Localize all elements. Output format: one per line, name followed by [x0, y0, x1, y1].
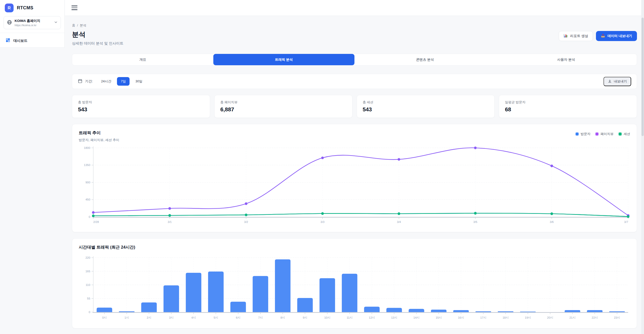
- stat-value: 543: [78, 106, 204, 113]
- stat-label: 총 세션: [363, 100, 489, 105]
- legend-label: 페이지뷰: [600, 132, 614, 136]
- svg-text:21시: 21시: [569, 316, 575, 319]
- svg-text:3/3: 3/3: [320, 220, 325, 223]
- bar-chart-title: 시간대별 트래픽 (최근 24시간): [79, 245, 630, 250]
- tab-2[interactable]: 트래픽 분석: [213, 54, 354, 65]
- svg-text:3/4: 3/4: [397, 220, 401, 223]
- svg-text:14시: 14시: [413, 316, 419, 319]
- svg-text:55: 55: [87, 297, 90, 300]
- svg-text:0시: 0시: [102, 316, 107, 319]
- period-option-1[interactable]: 24시간: [97, 77, 115, 86]
- svg-text:0: 0: [89, 311, 90, 314]
- stat-label: 총 페이지뷰: [220, 100, 346, 105]
- page-subtitle: 상세한 데이터 분석 및 인사이트: [72, 41, 124, 46]
- download-icon: [608, 79, 612, 84]
- svg-text:18시: 18시: [503, 316, 509, 319]
- chart-export-button[interactable]: 내보내기: [603, 77, 631, 86]
- svg-text:9시: 9시: [303, 316, 307, 319]
- svg-text:19시: 19시: [525, 316, 531, 319]
- generate-report-button[interactable]: 리포트 생성: [559, 31, 593, 41]
- main-content: 홈 / 분석 분석 상세한 데이터 분석 및 인사이트 리포트 생성: [65, 16, 644, 334]
- svg-text:12시: 12시: [369, 316, 375, 319]
- svg-text:4시: 4시: [191, 316, 196, 319]
- svg-text:23시: 23시: [614, 316, 620, 319]
- tab-1[interactable]: 개요: [72, 54, 213, 65]
- svg-text:16시: 16시: [458, 316, 464, 319]
- stats-row: 총 방문자543총 페이지뷰6,887총 세션543일평균 방문자68: [72, 95, 637, 118]
- chevron-down-icon: [54, 20, 58, 25]
- legend-item: 세션: [619, 132, 630, 136]
- breadcrumb-home[interactable]: 홈: [72, 23, 75, 27]
- chart-legend: 방문자페이지뷰세션: [576, 132, 630, 136]
- stat-value: 543: [363, 106, 489, 113]
- sidebar-item-label: 대시보드: [13, 39, 27, 43]
- calendar-icon: [78, 79, 83, 84]
- svg-text:165: 165: [86, 270, 90, 273]
- svg-text:900: 900: [86, 181, 90, 184]
- top-header: [65, 0, 644, 16]
- breadcrumb-separator: /: [77, 23, 78, 27]
- sidebar-divider: [0, 33, 64, 33]
- hamburger-menu-icon[interactable]: [71, 6, 77, 10]
- outbox-tray-icon: [601, 34, 605, 39]
- globe-icon: [7, 20, 12, 26]
- svg-text:15시: 15시: [436, 316, 442, 319]
- svg-text:2시: 2시: [147, 316, 151, 319]
- svg-text:110: 110: [86, 283, 90, 286]
- period-selector-card: 기간: 24시간7일30일 내보내기: [72, 74, 637, 89]
- scrollbar-track[interactable]: [641, 0, 644, 334]
- stat-value: 6,887: [220, 106, 346, 113]
- svg-text:220: 220: [86, 256, 90, 259]
- svg-text:17시: 17시: [480, 316, 486, 319]
- svg-text:7시: 7시: [258, 316, 263, 319]
- svg-text:1350: 1350: [84, 163, 90, 166]
- app-logo: R RTCMS: [0, 0, 64, 15]
- hourly-traffic-bar-chart: 0551101652200시1시2시3시4시5시6시7시8시9시10시11시12…: [79, 254, 630, 322]
- site-url: https://koima.or.kr: [15, 24, 52, 27]
- scrollbar-thumb[interactable]: [641, 18, 644, 136]
- site-selector[interactable]: KOIMA 홈페이지 https://koima.or.kr: [4, 16, 61, 29]
- svg-text:3/7: 3/7: [624, 220, 628, 223]
- svg-text:1800: 1800: [84, 146, 90, 149]
- svg-text:11시: 11시: [347, 316, 352, 319]
- stat-card-2: 총 페이지뷰6,887: [214, 95, 352, 118]
- tab-4[interactable]: 사용자 분석: [496, 54, 637, 65]
- svg-text:3시: 3시: [169, 316, 174, 319]
- bar-chart-icon: [564, 34, 568, 39]
- sidebar: R RTCMS KOIMA 홈페이지 https://koima.or.kr 대…: [0, 0, 65, 48]
- period-option-3[interactable]: 30일: [132, 77, 146, 86]
- page-title: 분석: [72, 30, 124, 39]
- legend-swatch: [576, 132, 579, 136]
- svg-text:1시: 1시: [125, 316, 129, 319]
- site-name: KOIMA 홈페이지: [15, 19, 52, 23]
- svg-text:6시: 6시: [236, 316, 240, 319]
- legend-item: 페이지뷰: [595, 132, 614, 136]
- svg-text:0: 0: [89, 215, 90, 218]
- breadcrumb: 홈 / 분석: [72, 23, 637, 28]
- traffic-trend-line-chart: 0450900135018002/283/13/23/33/43/53/63/7: [79, 142, 630, 226]
- dashboard-grid-icon: [6, 38, 10, 44]
- svg-text:3/2: 3/2: [244, 220, 248, 223]
- period-option-2[interactable]: 7일: [117, 77, 130, 86]
- period-label: 기간:: [85, 79, 93, 84]
- export-data-button[interactable]: 데이터 내보내기: [596, 31, 637, 41]
- breadcrumb-current: 분석: [80, 23, 86, 27]
- legend-label: 방문자: [581, 132, 590, 136]
- svg-text:3/5: 3/5: [473, 220, 477, 223]
- app-name: RTCMS: [17, 5, 33, 11]
- sidebar-item-dashboard[interactable]: 대시보드: [3, 35, 62, 47]
- analysis-tabs: 개요트래픽 분석콘텐츠 분석사용자 분석: [72, 54, 637, 65]
- tab-3[interactable]: 콘텐츠 분석: [354, 54, 496, 65]
- stat-label: 총 방문자: [78, 100, 204, 105]
- logo-badge: R: [5, 4, 14, 12]
- stat-label: 일평균 방문자: [505, 100, 631, 105]
- stat-card-1: 총 방문자543: [72, 95, 210, 118]
- legend-swatch: [595, 132, 598, 136]
- legend-swatch: [619, 132, 622, 136]
- hourly-traffic-card: 시간대별 트래픽 (최근 24시간) 0551101652200시1시2시3시4…: [72, 238, 637, 328]
- svg-text:8시: 8시: [280, 316, 285, 319]
- traffic-trend-card: 트래픽 추이 방문자, 페이지뷰, 세션 추이 방문자페이지뷰세션 045090…: [72, 124, 637, 232]
- line-chart-title: 트래픽 추이: [79, 130, 119, 136]
- svg-text:3/1: 3/1: [168, 220, 172, 223]
- legend-item: 방문자: [576, 132, 590, 136]
